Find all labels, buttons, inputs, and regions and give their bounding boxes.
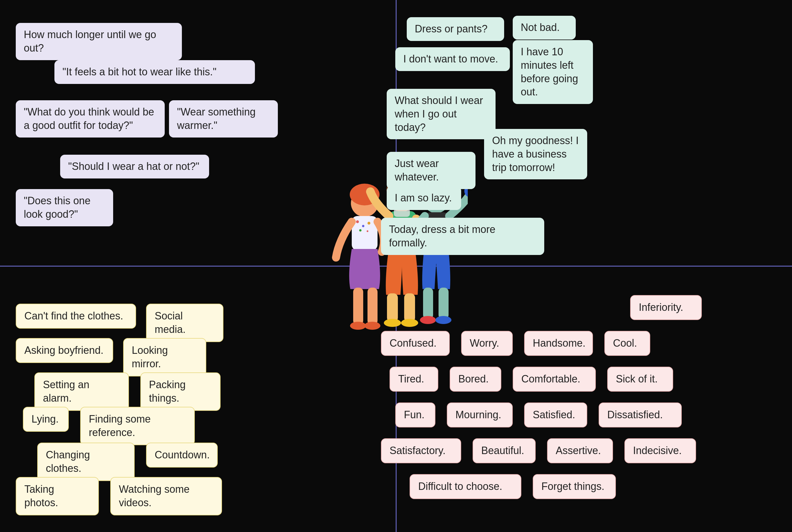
bubble-tl5: "Should I wear a hat or not?" xyxy=(60,155,209,178)
bubble-tl1: How much longer until we go out? xyxy=(16,23,182,60)
svg-rect-26 xyxy=(439,288,448,319)
bubble-br14: Satisfactory. xyxy=(381,438,461,463)
svg-point-19 xyxy=(384,319,401,327)
bubble-br12: Satisfied. xyxy=(524,402,587,428)
bubble-bl7: Lying. xyxy=(23,407,69,432)
bubble-tl4: "Wear something warmer." xyxy=(169,100,278,137)
svg-rect-25 xyxy=(423,288,433,319)
bubble-tl6: "Does this one look good?" xyxy=(16,189,113,226)
bubble-br18: Difficult to choose. xyxy=(410,474,521,499)
bubble-bl12: Watching some videos. xyxy=(110,477,222,515)
svg-point-4 xyxy=(362,225,364,227)
bubble-br3: Worry. xyxy=(461,331,513,356)
bubble-br16: Assertive. xyxy=(547,438,613,463)
svg-rect-18 xyxy=(404,293,415,322)
svg-point-28 xyxy=(436,316,451,324)
bubble-tr5: What should I wear when I go out today? xyxy=(387,89,496,139)
bubble-bl8: Finding some reference. xyxy=(80,407,195,445)
bubble-br15: Beautiful. xyxy=(472,438,536,463)
bubble-tl3: "What do you think would be a good outfi… xyxy=(16,100,165,137)
svg-rect-8 xyxy=(353,288,363,325)
svg-point-3 xyxy=(356,220,359,223)
svg-rect-9 xyxy=(367,288,378,325)
bubble-br2: Confused. xyxy=(381,331,450,356)
bubble-br7: Bored. xyxy=(450,367,501,392)
bubble-br19: Forget things. xyxy=(533,474,616,499)
bubble-tr2: Not bad. xyxy=(513,16,576,40)
bubble-tr3: I don't want to move. xyxy=(395,47,510,71)
bubble-br11: Mourning. xyxy=(447,402,513,428)
bubble-br8: Comfortable. xyxy=(513,367,596,392)
bubble-bl11: Taking photos. xyxy=(16,477,99,515)
bubble-br5: Cool. xyxy=(604,331,650,356)
svg-point-5 xyxy=(367,222,370,225)
bubble-br17: Indecisive. xyxy=(624,438,696,463)
bubble-tr4: I have 10 minutes left before going out. xyxy=(513,40,593,104)
bubble-tr7: Oh my goodness! I have a business trip t… xyxy=(484,129,587,179)
bubble-bl3: Asking boyfriend. xyxy=(16,338,113,363)
svg-point-27 xyxy=(420,316,436,324)
bubble-bl6: Packing things. xyxy=(140,373,220,411)
svg-point-20 xyxy=(401,319,418,327)
bubble-tr6: Just wear whatever. xyxy=(387,152,476,189)
bubble-bl5: Setting an alarm. xyxy=(34,373,129,411)
svg-point-7 xyxy=(367,230,368,232)
bubble-tr1: Dress or pants? xyxy=(407,17,504,41)
svg-rect-17 xyxy=(387,293,398,322)
bubble-br9: Sick of it. xyxy=(607,367,673,392)
bubble-bl4: Looking mirror. xyxy=(123,338,206,377)
bubble-br4: Handsome. xyxy=(524,331,593,356)
bubble-tr9: Today, dress a bit more formally. xyxy=(381,218,544,255)
svg-point-6 xyxy=(359,229,362,231)
bubble-tl2: "It feels a bit hot to wear like this." xyxy=(54,60,255,84)
bubble-bl10: Countdown. xyxy=(146,443,218,468)
bubble-tr8: I am so lazy. xyxy=(387,186,461,210)
bubble-br13: Dissatisfied. xyxy=(599,402,682,428)
bubble-br6: Tired. xyxy=(389,367,438,392)
svg-point-11 xyxy=(364,322,380,330)
bubble-br1: Inferiority. xyxy=(630,295,702,320)
bubble-bl1: Can't find the clothes. xyxy=(16,304,136,328)
bubble-bl2: Social media. xyxy=(146,304,224,342)
bubble-br10: Fun. xyxy=(395,402,436,428)
bubble-bl9: Changing clothes. xyxy=(37,443,135,481)
svg-point-10 xyxy=(350,322,366,330)
